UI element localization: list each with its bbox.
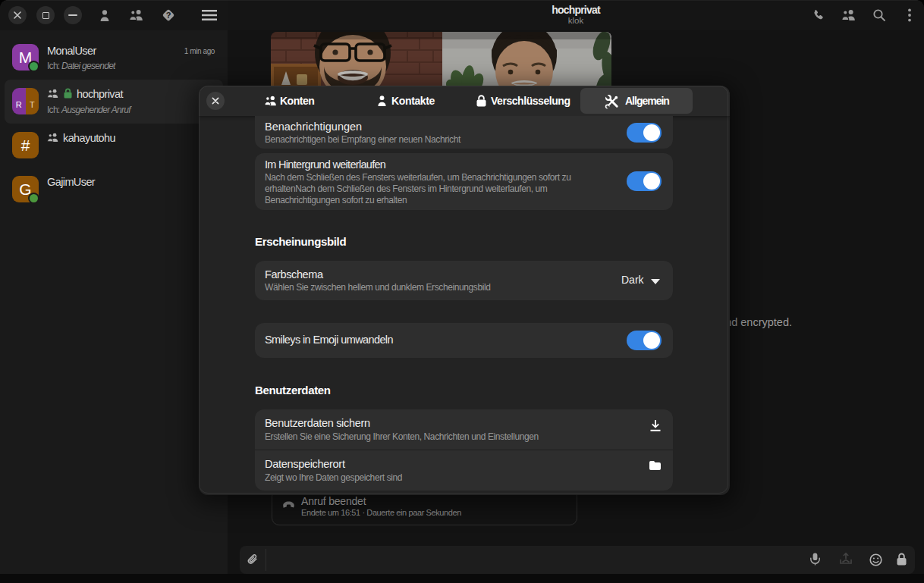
svg-text:?: ? bbox=[166, 11, 171, 20]
